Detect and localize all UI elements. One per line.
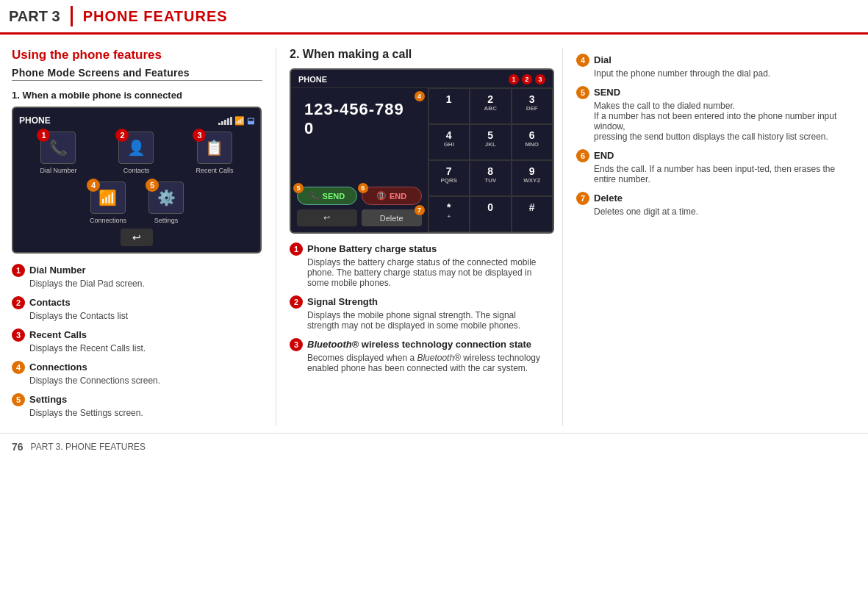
item-1-badge: 1 [12, 264, 25, 277]
dial-action-btns: 5 📞 SEND 6 📵 END [297, 187, 422, 226]
dial-badge-4: 4 [415, 91, 425, 101]
dial-key-2[interactable]: 2ABC [470, 88, 512, 124]
left-column: Using the phone features Phone Mode Scre… [12, 48, 276, 425]
mid-item-3-title: Bluetooth® wireless technology connectio… [307, 339, 531, 350]
right-item-4-desc: Input the phone number through the dial … [594, 68, 856, 79]
bt-indicator: 📶 [234, 116, 245, 126]
dial-label: Dial Number [40, 167, 76, 174]
section-heading: Using the phone features [12, 48, 262, 62]
delete-badge: 7 [415, 205, 425, 215]
end-label: END [390, 192, 406, 201]
contacts-label: Contacts [123, 167, 150, 174]
phone-screen-title: PHONE 📶 ⬓ [19, 115, 254, 126]
send-badge: 5 [293, 183, 304, 193]
back-delete-row: ↩ 7 Delete [297, 209, 422, 226]
connections-icon-btn[interactable]: 4 📶 Connections [90, 182, 126, 224]
send-button[interactable]: 5 📞 SEND [297, 187, 357, 205]
right-item-5-title: SEND [594, 87, 620, 98]
send-end-row: 5 📞 SEND 6 📵 END [297, 187, 422, 205]
dial-key-1[interactable]: 1 [428, 88, 470, 124]
right-item-6-title: END [594, 150, 614, 161]
mid-item-2-badge: 2 [290, 295, 303, 309]
item-5-badge: 5 [12, 393, 25, 406]
dial-number-area: 4 123-456-7890 [297, 94, 422, 143]
dial-left: 4 123-456-7890 5 📞 SEND 6 � [291, 88, 428, 232]
signal-bars [218, 116, 232, 125]
connections-label: Connections [90, 217, 126, 224]
mid-item-list: 1 Phone Battery charge status Displays t… [290, 242, 549, 373]
dial-key-9[interactable]: 9WXYZ [512, 160, 553, 196]
right-item-4-title: Dial [594, 54, 611, 65]
item-3-badge: 3 [12, 328, 25, 342]
bt-icon-left: ⬓ [247, 116, 254, 126]
right-item-7-title: Delete [594, 193, 623, 204]
contacts-icon-btn[interactable]: 2 👤 Contacts [118, 132, 154, 174]
right-item-4-badge: 4 [576, 54, 589, 67]
dial-key-hash[interactable]: # [512, 196, 553, 232]
right-item-list: 4 Dial Input the phone number through th… [576, 54, 856, 217]
item-2-header: 2 Contacts [12, 296, 262, 309]
back-btn[interactable]: ↩ [121, 229, 153, 246]
item-3-desc: Displays the Recent Calls list. [29, 343, 262, 353]
item-4-title: Connections [29, 362, 87, 373]
item-1-header: 1 Dial Number [12, 264, 262, 277]
recent-calls-label: Recent Calls [196, 167, 233, 174]
right-item-7: 7 Delete Deletes one digit at a time. [576, 192, 856, 217]
mid-item-1-header: 1 Phone Battery charge status [290, 242, 549, 256]
dial-key-3[interactable]: 3DEF [512, 88, 553, 124]
dial-key-5[interactable]: 5JKL [470, 124, 512, 160]
item-2-desc: Displays the Contacts list [29, 311, 262, 321]
item-1: 1 Dial Number Displays the Dial Pad scre… [12, 264, 262, 289]
mid-item-1: 1 Phone Battery charge status Displays t… [290, 242, 549, 288]
item-5-desc: Displays the Settings screen. [29, 408, 262, 418]
signal-area: 📶 ⬓ [218, 116, 254, 126]
mid-item-1-badge: 1 [290, 242, 303, 256]
dial-key-7[interactable]: 7PQRS [428, 160, 470, 196]
item-5-title: Settings [29, 394, 67, 405]
back-row: ↩ [19, 229, 254, 246]
right-item-5-desc: Makes the call to the dialed number. If … [594, 101, 856, 142]
dial-badge-2: 2 [522, 74, 532, 85]
recent-calls-icon-btn[interactable]: 3 📋 Recent Calls [196, 132, 233, 174]
dial-number-display: 123-456-7890 [297, 94, 422, 143]
mid-item-2-desc: Displays the mobile phone signal strengt… [307, 310, 549, 331]
connected-heading: 1. When a mobile phone is connected [12, 90, 262, 101]
item-1-desc: Displays the Dial Pad screen. [29, 278, 262, 289]
dial-number-icon-btn[interactable]: 1 📞 Dial Number [40, 132, 76, 174]
right-item-6-desc: Ends the call. If a number has been inpu… [594, 164, 856, 184]
right-item-5-badge: 5 [576, 86, 589, 99]
dial-badge-1: 1 [509, 74, 519, 85]
badge-5: 5 [146, 179, 159, 192]
dial-key-6[interactable]: 6MNO [512, 124, 553, 160]
item-3: 3 Recent Calls Displays the Recent Calls… [12, 328, 262, 353]
page-header: PART 3 PHONE FEATURES [0, 0, 868, 35]
mid-item-1-title: Phone Battery charge status [307, 243, 437, 254]
mid-column: 2. When making a call PHONE 1 2 3 4 123- [276, 48, 563, 425]
mid-item-3: 3 Bluetooth® wireless technology connect… [290, 338, 549, 373]
dial-key-0[interactable]: 0 [470, 196, 512, 232]
right-column: 4 Dial Input the phone number through th… [563, 48, 856, 425]
right-item-6-header: 6 END [576, 149, 856, 162]
settings-icon-btn[interactable]: 5 ⚙️ Settings [148, 182, 184, 224]
item-2: 2 Contacts Displays the Contacts list [12, 296, 262, 321]
dial-key-star[interactable]: *+ [428, 196, 470, 232]
item-4-desc: Displays the Connections screen. [29, 375, 262, 386]
item-5: 5 Settings Displays the Settings screen. [12, 393, 262, 418]
right-item-5-header: 5 SEND [576, 86, 856, 99]
back-button[interactable]: ↩ [297, 209, 357, 226]
subsection-heading-box: Phone Mode Screens and Features [12, 67, 262, 81]
dial-key-4[interactable]: 4GHI [428, 124, 470, 160]
item-3-header: 3 Recent Calls [12, 328, 262, 342]
delete-button[interactable]: 7 Delete [362, 209, 422, 226]
item-3-title: Recent Calls [29, 329, 87, 340]
mid-heading: 2. When making a call [290, 48, 549, 61]
end-button[interactable]: 6 📵 END [362, 187, 422, 205]
page-title: PHONE FEATURES [83, 8, 228, 25]
right-item-4: 4 Dial Input the phone number through th… [576, 54, 856, 79]
phone-label-left: PHONE [19, 115, 51, 126]
delete-label: Delete [380, 214, 403, 223]
dial-key-8[interactable]: 8TUV [470, 160, 512, 196]
right-item-6-badge: 6 [576, 149, 589, 162]
send-icon: 📞 [309, 191, 320, 201]
item-1-title: Dial Number [29, 265, 86, 276]
